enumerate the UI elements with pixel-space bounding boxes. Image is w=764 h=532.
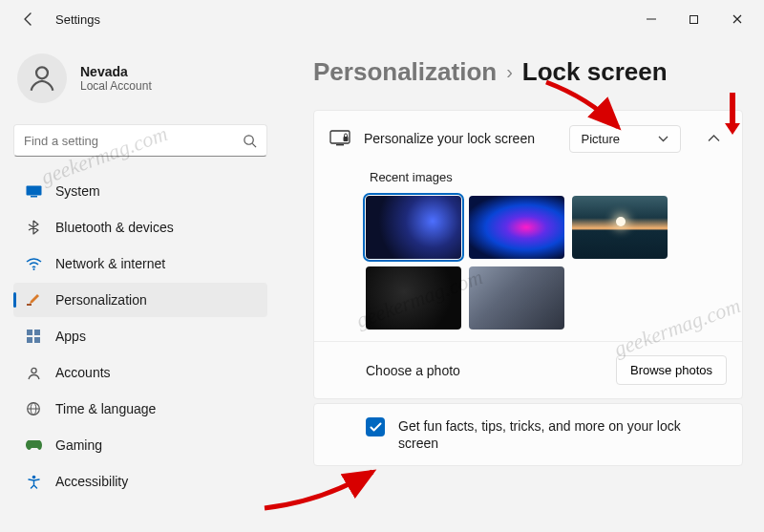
nav-item-accessibility[interactable]: Accessibility [13, 464, 267, 499]
recent-image-3[interactable] [572, 196, 668, 259]
accounts-icon [25, 364, 42, 381]
svg-rect-20 [344, 137, 349, 141]
nav-item-personalization[interactable]: Personalization [13, 283, 267, 317]
system-icon [25, 182, 42, 200]
paintbrush-icon [25, 291, 42, 309]
browse-photos-button[interactable]: Browse photos [616, 355, 727, 385]
recent-image-2[interactable] [469, 196, 564, 259]
minimize-button[interactable] [629, 5, 672, 33]
title-bar: Settings [0, 0, 764, 38]
nav-item-time-language[interactable]: Time & language [13, 392, 267, 426]
svg-point-13 [31, 368, 35, 372]
back-button[interactable] [13, 4, 44, 34]
funfacts-checkbox[interactable] [366, 417, 385, 436]
monitor-lock-icon [329, 130, 350, 147]
chevron-down-icon [658, 136, 668, 142]
nav: System Bluetooth & devices Network & int… [13, 174, 267, 499]
nav-label: System [55, 183, 100, 199]
personalize-card: Personalize your lock screen Picture Rec… [313, 110, 743, 399]
recent-image-5[interactable] [469, 266, 564, 330]
funfacts-label: Get fun facts, tips, tricks, and more on… [398, 417, 685, 452]
svg-rect-9 [27, 330, 32, 335]
funfacts-card: Get fun facts, tips, tricks, and more on… [313, 403, 743, 466]
gaming-icon [25, 436, 42, 454]
nav-item-system[interactable]: System [13, 174, 267, 208]
nav-label: Personalization [55, 292, 147, 308]
search-box[interactable] [13, 124, 267, 157]
nav-label: Accessibility [55, 474, 128, 489]
accessibility-icon [25, 473, 42, 490]
svg-rect-19 [336, 144, 344, 145]
window-title: Settings [55, 12, 100, 27]
sidebar: Nevada Local Account System Bluetooth & … [0, 38, 277, 532]
main-content: Personalization › Lock screen Personaliz… [277, 38, 764, 532]
svg-point-17 [32, 475, 35, 479]
breadcrumb-current: Lock screen [522, 57, 668, 87]
nav-label: Apps [55, 329, 86, 344]
svg-rect-12 [34, 337, 40, 343]
svg-rect-11 [27, 337, 32, 343]
caption-controls [629, 5, 758, 33]
breadcrumb-parent[interactable]: Personalization [313, 57, 497, 87]
nav-label: Time & language [55, 401, 156, 416]
lock-screen-type-dropdown[interactable]: Picture [569, 125, 681, 153]
svg-rect-8 [27, 304, 32, 306]
recent-images-label: Recent images [366, 166, 727, 192]
svg-rect-10 [34, 330, 40, 335]
recent-image-1[interactable] [366, 196, 461, 259]
chevron-right-icon: › [506, 61, 513, 83]
user-name: Nevada [80, 64, 152, 79]
svg-rect-5 [26, 185, 41, 195]
nav-item-accounts[interactable]: Accounts [13, 355, 267, 390]
choose-photo-label: Choose a photo [366, 363, 603, 378]
clock-globe-icon [25, 400, 42, 417]
user-sub: Local Account [80, 79, 152, 93]
nav-label: Gaming [55, 437, 102, 453]
breadcrumb: Personalization › Lock screen [313, 57, 743, 87]
nav-label: Accounts [55, 365, 111, 380]
svg-line-4 [252, 143, 256, 147]
nav-item-bluetooth[interactable]: Bluetooth & devices [13, 210, 267, 245]
svg-rect-6 [31, 196, 37, 198]
nav-label: Network & internet [55, 256, 165, 271]
nav-item-network[interactable]: Network & internet [13, 246, 267, 281]
collapse-button[interactable] [700, 125, 727, 152]
avatar [17, 53, 67, 103]
dropdown-value: Picture [582, 132, 620, 146]
search-icon [243, 134, 257, 148]
apps-icon [25, 328, 42, 345]
recent-images-grid [314, 196, 742, 341]
svg-point-7 [32, 268, 34, 270]
user-block[interactable]: Nevada Local Account [13, 46, 267, 115]
personalize-label: Personalize your lock screen [364, 131, 556, 146]
svg-point-2 [36, 67, 48, 78]
svg-point-3 [244, 135, 253, 143]
bluetooth-icon [25, 219, 42, 236]
nav-item-gaming[interactable]: Gaming [13, 428, 267, 462]
recent-image-4[interactable] [366, 266, 461, 330]
maximize-button[interactable] [672, 5, 715, 33]
svg-rect-1 [690, 15, 698, 23]
nav-item-apps[interactable]: Apps [13, 319, 267, 353]
nav-label: Bluetooth & devices [55, 220, 174, 235]
close-button[interactable] [715, 5, 758, 33]
search-input[interactable] [24, 134, 243, 148]
wifi-icon [25, 255, 42, 272]
